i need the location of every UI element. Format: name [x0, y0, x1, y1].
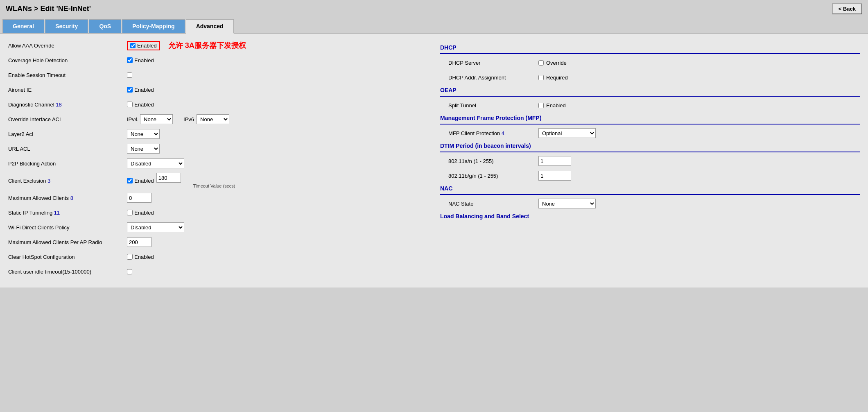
max-clients-label: Maximum Allowed Clients 8 [8, 195, 127, 201]
client-idle-label: Client user idle timeout(15-100000) [8, 269, 127, 275]
clear-hotspot-row: Clear HotSpot Configuration Enabled [8, 251, 428, 262]
timeout-sub-label: Timeout Value (secs) [193, 183, 235, 188]
tab-security[interactable]: Security [45, 19, 88, 33]
content-area: Allow AAA Override Enabled 允许 3A服务器下发授权 … [0, 34, 868, 287]
static-ip-link[interactable]: 11 [54, 210, 60, 216]
dhcp-section-title: DHCP [440, 44, 860, 51]
dhcp-addr-value: Required [538, 75, 568, 81]
aironet-ie-checkbox[interactable] [127, 87, 133, 93]
diag-channel-link[interactable]: 18 [56, 102, 61, 108]
override-acl-ipv6-select[interactable]: None [197, 114, 229, 124]
coverage-hole-enabled-label: Enabled [134, 57, 154, 63]
dtim-80211an-row: 802.11a/n (1 - 255) [440, 156, 860, 166]
tab-advanced[interactable]: Advanced [186, 19, 234, 34]
allow-aaa-checkbox[interactable] [130, 43, 136, 48]
p2p-blocking-value: Disabled [127, 158, 184, 168]
static-ip-label: Static IP Tunneling 11 [8, 210, 127, 216]
p2p-blocking-select[interactable]: Disabled [127, 158, 184, 168]
static-ip-checkbox[interactable] [127, 210, 133, 215]
back-button[interactable]: < Back [832, 3, 862, 14]
session-timeout-checkbox[interactable] [127, 72, 132, 78]
url-acl-row: URL ACL None [8, 143, 428, 154]
dtim-80211bgn-label: 802.11b/g/n (1 - 255) [448, 173, 538, 179]
url-acl-select[interactable]: None [127, 144, 160, 154]
static-ip-enabled-label: Enabled [134, 210, 154, 216]
layer2-acl-label: Layer2 Acl [8, 131, 127, 137]
override-acl-ipv4-label: IPv4 [127, 116, 138, 122]
dtim-divider [440, 152, 860, 152]
client-exclusion-checkbox[interactable] [127, 178, 133, 183]
clear-hotspot-checkbox[interactable] [127, 254, 133, 260]
page-header: WLANs > Edit 'NE-InNet' < Back [0, 0, 868, 18]
dhcp-addr-checkbox[interactable] [538, 75, 544, 80]
oeap-section-title: OEAP [440, 87, 860, 93]
timeout-input[interactable] [156, 173, 181, 183]
max-clients-value [127, 193, 151, 203]
max-clients-link[interactable]: 8 [70, 195, 73, 201]
coverage-hole-row: Coverage Hole Detection Enabled [8, 55, 428, 66]
max-per-ap-row: Maximum Allowed Clients Per AP Radio [8, 237, 428, 247]
clear-hotspot-label: Clear HotSpot Configuration [8, 254, 127, 260]
layer2-acl-select[interactable]: None [127, 129, 160, 139]
diag-channel-value: Enabled [127, 102, 154, 108]
override-acl-ipv6-group: IPv6 None [183, 114, 229, 124]
split-tunnel-checkbox[interactable] [538, 103, 544, 108]
aironet-ie-enabled-label: Enabled [134, 87, 154, 93]
clear-hotspot-enabled-label: Enabled [134, 254, 154, 260]
client-exclusion-link[interactable]: 3 [47, 178, 50, 184]
lbs-section-title: Load Balancing and Band Select [440, 213, 860, 220]
mfp-client-label: MFP Client Protection 4 [448, 130, 538, 136]
coverage-hole-checkbox[interactable] [127, 57, 133, 63]
override-acl-row: Override Interface ACL IPv4 None IPv6 No… [8, 114, 428, 125]
diag-channel-checkbox-label: Enabled [127, 102, 154, 108]
dhcp-server-label: DHCP Server [448, 60, 538, 66]
coverage-hole-checkbox-label: Enabled [127, 57, 154, 63]
diag-channel-row: Diagnostic Channel 18 Enabled [8, 99, 428, 110]
clear-hotspot-value: Enabled [127, 254, 154, 260]
nac-state-row: NAC State None [440, 198, 860, 209]
nac-state-label: NAC State [448, 201, 538, 207]
override-acl-ipv4-select[interactable]: None [140, 114, 173, 124]
wifi-direct-label: Wi-Fi Direct Clients Policy [8, 224, 127, 231]
max-clients-input[interactable] [127, 193, 151, 203]
session-timeout-label: Enable Session Timeout [8, 72, 127, 78]
aironet-ie-checkbox-label: Enabled [127, 87, 154, 93]
aironet-ie-row: Aironet IE Enabled [8, 84, 428, 95]
allow-aaa-value: Enabled 允许 3A服务器下发授权 [127, 41, 246, 50]
layer2-acl-value: None [127, 129, 160, 139]
dtim-80211bgn-input[interactable] [538, 171, 571, 181]
diag-channel-label: Diagnostic Channel 18 [8, 102, 127, 108]
aironet-ie-value: Enabled [127, 87, 154, 93]
dhcp-server-row: DHCP Server Override [440, 57, 860, 68]
wifi-direct-row: Wi-Fi Direct Clients Policy Disabled [8, 222, 428, 233]
diag-channel-checkbox[interactable] [127, 102, 133, 107]
client-exclusion-value: Enabled Timeout Value (secs) [127, 173, 235, 188]
max-clients-row: Maximum Allowed Clients 8 [8, 192, 428, 203]
client-idle-checkbox[interactable] [127, 269, 132, 274]
dhcp-addr-label: DHCP Addr. Assignment [448, 75, 538, 81]
dhcp-server-checkbox[interactable] [538, 60, 544, 66]
split-tunnel-value: Enabled [538, 102, 566, 109]
tab-general[interactable]: General [2, 19, 44, 33]
mfp-client-row: MFP Client Protection 4 Optional [440, 128, 860, 138]
max-per-ap-input[interactable] [127, 237, 151, 247]
wifi-direct-select[interactable]: Disabled [127, 222, 184, 232]
url-acl-label: URL ACL [8, 146, 127, 152]
layer2-acl-row: Layer2 Acl None [8, 129, 428, 139]
mfp-section-title: Management Frame Protection (MFP) [440, 115, 860, 121]
left-column: Allow AAA Override Enabled 允许 3A服务器下发授权 … [8, 40, 428, 281]
allow-aaa-highlight: Enabled [127, 41, 160, 50]
client-idle-value [127, 269, 132, 274]
nac-state-select[interactable]: None [538, 199, 596, 208]
mfp-client-select[interactable]: Optional [538, 128, 596, 138]
dtim-80211an-label: 802.11a/n (1 - 255) [448, 158, 538, 164]
nac-section-title: NAC [440, 185, 860, 192]
dhcp-addr-row: DHCP Addr. Assignment Required [440, 72, 860, 83]
tab-policy-mapping[interactable]: Policy-Mapping [122, 19, 185, 33]
mfp-client-link[interactable]: 4 [502, 130, 504, 136]
coverage-hole-label: Coverage Hole Detection [8, 57, 127, 63]
dtim-section-title: DTIM Period (in beacon intervals) [440, 143, 860, 149]
dtim-80211an-input[interactable] [538, 156, 571, 166]
dhcp-divider [440, 53, 860, 54]
tab-qos[interactable]: QoS [89, 19, 121, 33]
